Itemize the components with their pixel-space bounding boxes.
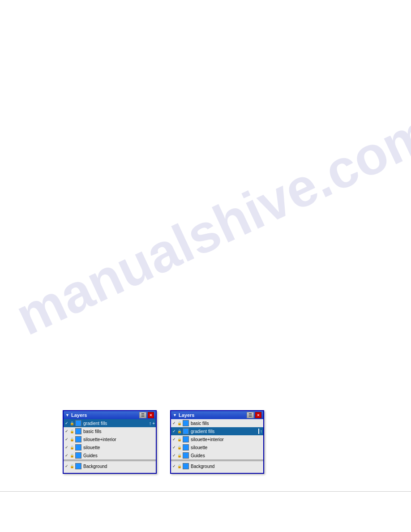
layer-check: ✓ [64, 421, 69, 425]
close-icon-right: × [257, 413, 259, 417]
layer-lock-icon: 🔒 [70, 454, 74, 458]
menu-icon-left: ☰ [141, 413, 145, 417]
layer-check: ✓ [64, 445, 69, 450]
layer-lock-icon: 🔒 [177, 421, 182, 425]
layer-row[interactable]: ✓ 🔒 basic fills [171, 419, 263, 427]
drag-up-arrow: ↑ [149, 420, 152, 426]
layer-color-swatch [183, 428, 189, 434]
layer-lock-icon: 🔒 [177, 446, 182, 450]
layer-name: Guides [190, 453, 262, 458]
layer-check: ✓ [172, 464, 176, 468]
layer-color-swatch [183, 420, 189, 426]
layer-lock-icon: 🔒 [70, 429, 74, 433]
close-icon-left: × [150, 413, 152, 417]
layer-color-swatch [183, 444, 189, 450]
title-bar-right: ▼ Layers ☰ × [171, 411, 263, 419]
collapse-arrow-right[interactable]: ▼ [173, 413, 177, 417]
panel-title-right: Layers [179, 412, 194, 418]
menu-button-right[interactable]: ☰ [247, 412, 254, 418]
layer-row[interactable]: ✓ 🔒 silouette+interior [171, 435, 263, 443]
layer-lock-icon: 🔒 [70, 438, 74, 442]
background-area-left: ✓ 🔒 Background [64, 461, 156, 471]
layer-list-left: ✓ 🔒 gradient fills ↑ + ✓ 🔒 basic fills ✓… [64, 419, 156, 460]
watermark: manualshive.com [90, 90, 358, 358]
layer-lock-icon: 🔒 [177, 438, 182, 442]
layer-lock-icon: 🔒 [70, 464, 74, 468]
panel-title-left: Layers [71, 412, 87, 418]
layer-name: silouette [190, 445, 262, 450]
menu-button-left[interactable]: ☰ [139, 412, 146, 418]
layer-row[interactable]: ✓ 🔒 Guides [64, 451, 156, 459]
layer-check: ✓ [172, 453, 176, 458]
layer-lock-icon: 🔒 [177, 454, 182, 458]
panels-container: ▼ Layers ☰ × ✓ 🔒 gradient fills ↑ + [63, 410, 264, 474]
layer-color-swatch [75, 428, 81, 434]
layers-panel-left: ▼ Layers ☰ × ✓ 🔒 gradient fills ↑ + [63, 410, 157, 474]
close-button-right[interactable]: × [255, 412, 261, 418]
layers-panel-right: ▼ Layers ☰ × ✓ 🔒 basic fills [170, 410, 264, 474]
layer-name: silouette [82, 445, 155, 450]
text-cursor [258, 429, 259, 434]
background-layer-name: Background [190, 464, 262, 469]
layer-row[interactable]: ✓ 🔒 silouette+interior [64, 435, 156, 443]
layer-lock-icon: 🔒 [177, 464, 182, 468]
layer-check: ✓ [172, 429, 176, 433]
layer-lock-icon: 🔒 [177, 429, 182, 433]
collapse-arrow-left[interactable]: ▼ [65, 413, 69, 417]
bottom-line [0, 491, 411, 492]
layer-name: silouette+interior [190, 437, 262, 442]
layer-row[interactable]: ✓ 🔒 basic fills [64, 427, 156, 435]
menu-icon-right: ☰ [248, 413, 252, 417]
layer-color-swatch [183, 463, 189, 469]
layer-color-swatch [183, 452, 189, 459]
title-bar-left: ▼ Layers ☰ × [64, 411, 156, 419]
drag-cursor: + [152, 421, 155, 426]
layer-check: ✓ [64, 429, 69, 433]
layer-name: basic fills [190, 421, 262, 426]
layer-color-swatch [75, 420, 81, 426]
layer-name: gradient fills [82, 421, 148, 426]
layer-check: ✓ [172, 421, 176, 425]
layer-row[interactable]: ✓ 🔒 silouette [171, 443, 263, 451]
title-bar-right-left-group: ▼ Layers [173, 412, 194, 418]
background-row-left[interactable]: ✓ 🔒 Background [64, 462, 156, 470]
title-bar-left-group: ▼ Layers [65, 412, 87, 418]
background-layer-name: Background [82, 464, 155, 469]
layer-row[interactable]: ✓ 🔒 silouette [64, 443, 156, 451]
layer-check: ✓ [64, 453, 69, 458]
layer-name: Guides [82, 453, 155, 458]
background-area-right: ✓ 🔒 Background [171, 461, 263, 471]
panel-bottom-left [64, 471, 156, 473]
layer-check: ✓ [64, 437, 69, 442]
close-button-left[interactable]: × [148, 412, 154, 418]
background-row-right[interactable]: ✓ 🔒 Background [171, 462, 263, 470]
layer-lock-icon: 🔒 [70, 421, 74, 425]
layer-name: silouette+interior [82, 437, 155, 442]
layer-color-swatch [75, 436, 81, 442]
layer-list-right: ✓ 🔒 basic fills ✓ 🔒 gradient fills ↑ ✓ 🔒… [171, 419, 263, 460]
layer-color-swatch [75, 444, 81, 450]
title-bar-right-right-group: ☰ × [247, 412, 261, 418]
watermark-text: manualshive.com [6, 101, 411, 348]
layer-color-swatch [75, 463, 81, 469]
layer-color-swatch [183, 436, 189, 442]
layer-check: ✓ [172, 437, 176, 442]
layer-row[interactable]: ✓ 🔒 Guides [171, 451, 263, 459]
layer-lock-icon: 🔒 [70, 446, 74, 450]
layer-name: gradient fills [190, 429, 257, 434]
drag-indicator-right: ↑ [260, 429, 263, 434]
layer-check: ✓ [64, 464, 69, 468]
layer-color-swatch [75, 452, 81, 459]
layer-check: ✓ [172, 445, 176, 450]
layer-row[interactable]: ✓ 🔒 gradient fills ↑ + [64, 419, 156, 427]
layer-row[interactable]: ✓ 🔒 gradient fills ↑ [171, 427, 263, 435]
layer-name: basic fills [82, 429, 155, 434]
title-bar-right-group: ☰ × [139, 412, 154, 418]
panel-bottom-right [171, 471, 263, 473]
